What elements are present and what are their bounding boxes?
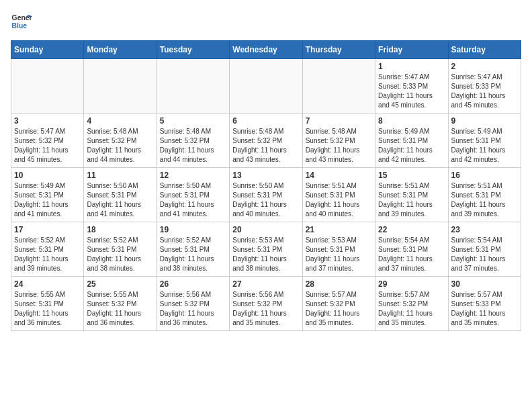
- calendar-cell: 30Sunrise: 5:57 AM Sunset: 5:33 PM Dayli…: [448, 277, 521, 331]
- day-info: Sunrise: 5:48 AM Sunset: 5:32 PM Dayligh…: [160, 127, 226, 165]
- day-info: Sunrise: 5:49 AM Sunset: 5:31 PM Dayligh…: [14, 181, 81, 219]
- day-info: Sunrise: 5:55 AM Sunset: 5:31 PM Dayligh…: [14, 290, 81, 328]
- calendar-cell: 15Sunrise: 5:51 AM Sunset: 5:31 PM Dayli…: [375, 168, 448, 222]
- day-info: Sunrise: 5:51 AM Sunset: 5:31 PM Dayligh…: [306, 181, 372, 219]
- weekday-header: Monday: [84, 41, 157, 59]
- calendar-cell: 9Sunrise: 5:49 AM Sunset: 5:31 PM Daylig…: [448, 113, 521, 168]
- page-header: General Blue: [11, 11, 521, 32]
- day-number: 12: [160, 171, 226, 180]
- day-number: 30: [451, 279, 518, 289]
- day-number: 11: [87, 171, 153, 180]
- calendar-cell: 4Sunrise: 5:48 AM Sunset: 5:32 PM Daylig…: [84, 113, 157, 168]
- day-number: 20: [232, 225, 299, 234]
- weekday-header: Thursday: [302, 41, 375, 59]
- day-info: Sunrise: 5:47 AM Sunset: 5:33 PM Dayligh…: [451, 73, 518, 110]
- logo: General Blue: [11, 11, 32, 32]
- weekday-header-row: SundayMondayTuesdayWednesdayThursdayFrid…: [11, 41, 521, 59]
- weekday-header: Tuesday: [157, 41, 229, 59]
- calendar-cell: 18Sunrise: 5:52 AM Sunset: 5:31 PM Dayli…: [84, 222, 157, 277]
- day-info: Sunrise: 5:47 AM Sunset: 5:33 PM Dayligh…: [378, 73, 445, 110]
- day-number: 9: [451, 116, 518, 126]
- day-number: 15: [378, 171, 445, 180]
- calendar-week-row: 1Sunrise: 5:47 AM Sunset: 5:33 PM Daylig…: [11, 59, 521, 113]
- day-number: 24: [14, 279, 81, 289]
- day-number: 16: [451, 171, 518, 180]
- day-number: 4: [87, 116, 153, 126]
- day-info: Sunrise: 5:57 AM Sunset: 5:32 PM Dayligh…: [306, 290, 372, 328]
- weekday-header: Wednesday: [230, 41, 302, 59]
- calendar-week-row: 3Sunrise: 5:47 AM Sunset: 5:32 PM Daylig…: [11, 113, 521, 168]
- calendar-cell: 2Sunrise: 5:47 AM Sunset: 5:33 PM Daylig…: [448, 59, 521, 113]
- calendar-week-row: 24Sunrise: 5:55 AM Sunset: 5:31 PM Dayli…: [11, 277, 521, 331]
- day-info: Sunrise: 5:52 AM Sunset: 5:31 PM Dayligh…: [14, 236, 81, 273]
- calendar-cell: 25Sunrise: 5:55 AM Sunset: 5:32 PM Dayli…: [84, 277, 157, 331]
- day-number: 28: [306, 279, 372, 289]
- day-number: 5: [160, 116, 226, 126]
- weekday-header: Saturday: [448, 41, 521, 59]
- calendar-table: SundayMondayTuesdayWednesdayThursdayFrid…: [11, 40, 521, 331]
- day-info: Sunrise: 5:53 AM Sunset: 5:31 PM Dayligh…: [232, 236, 299, 273]
- day-info: Sunrise: 5:55 AM Sunset: 5:32 PM Dayligh…: [87, 290, 153, 328]
- calendar-cell: 16Sunrise: 5:51 AM Sunset: 5:31 PM Dayli…: [448, 168, 521, 222]
- calendar-cell: 8Sunrise: 5:49 AM Sunset: 5:31 PM Daylig…: [375, 113, 448, 168]
- calendar-cell: 21Sunrise: 5:53 AM Sunset: 5:31 PM Dayli…: [302, 222, 375, 277]
- calendar-cell: 17Sunrise: 5:52 AM Sunset: 5:31 PM Dayli…: [11, 222, 84, 277]
- day-info: Sunrise: 5:51 AM Sunset: 5:31 PM Dayligh…: [378, 181, 445, 219]
- calendar-cell: 1Sunrise: 5:47 AM Sunset: 5:33 PM Daylig…: [375, 59, 448, 113]
- day-number: 8: [378, 116, 445, 126]
- day-number: 18: [87, 225, 153, 234]
- day-info: Sunrise: 5:57 AM Sunset: 5:32 PM Dayligh…: [378, 290, 445, 328]
- calendar-cell: 26Sunrise: 5:56 AM Sunset: 5:32 PM Dayli…: [157, 277, 229, 331]
- day-info: Sunrise: 5:50 AM Sunset: 5:31 PM Dayligh…: [232, 181, 299, 219]
- day-number: 6: [232, 116, 299, 126]
- day-info: Sunrise: 5:51 AM Sunset: 5:31 PM Dayligh…: [451, 181, 518, 219]
- day-number: 19: [160, 225, 226, 234]
- day-number: 13: [232, 171, 299, 180]
- day-info: Sunrise: 5:52 AM Sunset: 5:31 PM Dayligh…: [87, 236, 153, 273]
- day-info: Sunrise: 5:53 AM Sunset: 5:31 PM Dayligh…: [306, 236, 372, 273]
- day-info: Sunrise: 5:48 AM Sunset: 5:32 PM Dayligh…: [232, 127, 299, 165]
- calendar-week-row: 10Sunrise: 5:49 AM Sunset: 5:31 PM Dayli…: [11, 168, 521, 222]
- calendar-cell: 10Sunrise: 5:49 AM Sunset: 5:31 PM Dayli…: [11, 168, 84, 222]
- calendar-cell: 3Sunrise: 5:47 AM Sunset: 5:32 PM Daylig…: [11, 113, 84, 168]
- day-number: 10: [14, 171, 81, 180]
- day-number: 7: [306, 116, 372, 126]
- day-info: Sunrise: 5:50 AM Sunset: 5:31 PM Dayligh…: [87, 181, 153, 219]
- day-number: 17: [14, 225, 81, 234]
- calendar-cell: 20Sunrise: 5:53 AM Sunset: 5:31 PM Dayli…: [230, 222, 302, 277]
- calendar-cell: [84, 59, 157, 113]
- calendar-cell: [11, 59, 84, 113]
- day-info: Sunrise: 5:48 AM Sunset: 5:32 PM Dayligh…: [306, 127, 372, 165]
- calendar-cell: 23Sunrise: 5:54 AM Sunset: 5:31 PM Dayli…: [448, 222, 521, 277]
- calendar-cell: 6Sunrise: 5:48 AM Sunset: 5:32 PM Daylig…: [230, 113, 302, 168]
- day-number: 1: [378, 62, 445, 71]
- calendar-cell: 19Sunrise: 5:52 AM Sunset: 5:31 PM Dayli…: [157, 222, 229, 277]
- day-info: Sunrise: 5:56 AM Sunset: 5:32 PM Dayligh…: [160, 290, 226, 328]
- calendar-cell: 22Sunrise: 5:54 AM Sunset: 5:31 PM Dayli…: [375, 222, 448, 277]
- day-number: 14: [306, 171, 372, 180]
- calendar-cell: 11Sunrise: 5:50 AM Sunset: 5:31 PM Dayli…: [84, 168, 157, 222]
- calendar-cell: [302, 59, 375, 113]
- logo-icon: General Blue: [11, 11, 32, 32]
- calendar-cell: 29Sunrise: 5:57 AM Sunset: 5:32 PM Dayli…: [375, 277, 448, 331]
- calendar-header: SundayMondayTuesdayWednesdayThursdayFrid…: [11, 41, 521, 59]
- day-number: 26: [160, 279, 226, 289]
- day-info: Sunrise: 5:49 AM Sunset: 5:31 PM Dayligh…: [378, 127, 445, 165]
- day-info: Sunrise: 5:54 AM Sunset: 5:31 PM Dayligh…: [378, 236, 445, 273]
- calendar-body: 1Sunrise: 5:47 AM Sunset: 5:33 PM Daylig…: [11, 59, 521, 331]
- svg-text:Blue: Blue: [12, 22, 28, 30]
- day-info: Sunrise: 5:52 AM Sunset: 5:31 PM Dayligh…: [160, 236, 226, 273]
- day-number: 22: [378, 225, 445, 234]
- calendar-cell: 5Sunrise: 5:48 AM Sunset: 5:32 PM Daylig…: [157, 113, 229, 168]
- day-number: 27: [232, 279, 299, 289]
- weekday-header: Friday: [375, 41, 448, 59]
- calendar-cell: 24Sunrise: 5:55 AM Sunset: 5:31 PM Dayli…: [11, 277, 84, 331]
- weekday-header: Sunday: [11, 41, 84, 59]
- day-info: Sunrise: 5:50 AM Sunset: 5:31 PM Dayligh…: [160, 181, 226, 219]
- day-info: Sunrise: 5:49 AM Sunset: 5:31 PM Dayligh…: [451, 127, 518, 165]
- calendar-cell: 27Sunrise: 5:56 AM Sunset: 5:32 PM Dayli…: [230, 277, 302, 331]
- day-info: Sunrise: 5:47 AM Sunset: 5:32 PM Dayligh…: [14, 127, 81, 165]
- day-number: 21: [306, 225, 372, 234]
- calendar-cell: 28Sunrise: 5:57 AM Sunset: 5:32 PM Dayli…: [302, 277, 375, 331]
- day-info: Sunrise: 5:48 AM Sunset: 5:32 PM Dayligh…: [87, 127, 153, 165]
